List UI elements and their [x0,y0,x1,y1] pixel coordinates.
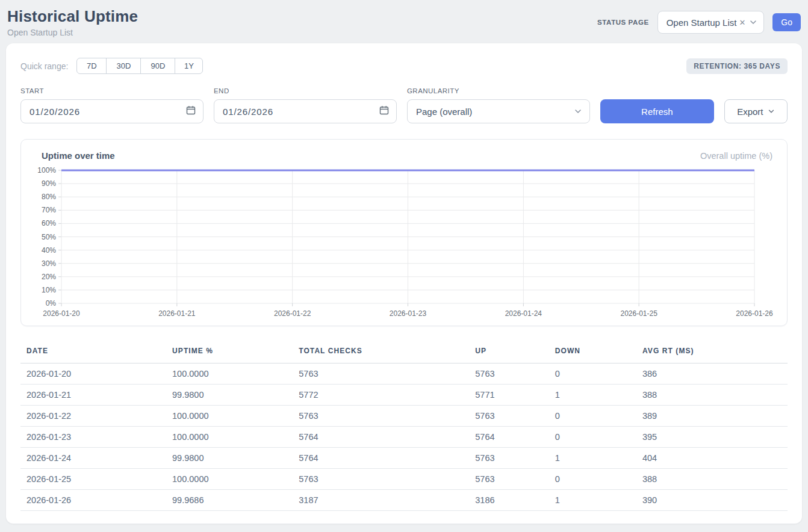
svg-text:90%: 90% [42,179,56,188]
table-cell: 1 [549,490,636,511]
table-cell: 3186 [469,490,549,511]
retention-badge: RETENTION: 365 DAYS [686,58,788,74]
go-button[interactable]: Go [772,13,801,31]
table-cell: 2026-01-22 [20,406,166,427]
column-header-down: DOWN [549,342,636,363]
svg-text:2026-01-24: 2026-01-24 [505,309,542,318]
column-header-up: UP [469,342,549,363]
start-date-input[interactable]: 01/20/2026 [20,99,204,123]
table-cell: 5764 [469,427,549,448]
svg-text:2026-01-26: 2026-01-26 [736,309,773,318]
export-button-label: Export [737,107,763,117]
granularity-label: GRANULARITY [407,87,590,94]
svg-text:0%: 0% [46,299,57,308]
granularity-field: GRANULARITY Page (overall) [407,87,590,123]
svg-text:2026-01-23: 2026-01-23 [390,309,427,318]
column-header-total-checks: TOTAL CHECKS [293,342,469,363]
table-cell: 2026-01-23 [20,427,166,448]
table-cell: 2026-01-21 [20,385,166,406]
status-page-label: STATUS PAGE [597,19,649,26]
table-cell: 5763 [293,406,469,427]
filters-row: START 01/20/2026 END 01/26/2026 [20,87,788,123]
table-cell: 100.0000 [166,363,293,385]
chart-header: Uptime over time Overall uptime (%) [33,149,775,167]
start-date-label: START [20,87,204,94]
table-cell: 386 [636,363,788,385]
historical-uptime-page: Historical Uptime Open Startup List STAT… [0,0,808,524]
table-row: 2026-01-2699.9686318731861390 [20,490,788,511]
chevron-down-icon [749,18,757,26]
main-card: Quick range: 7D 30D 90D 1Y RETENTION: 36… [6,43,802,524]
uptime-chart-card: Uptime over time Overall uptime (%) 0%10… [20,139,788,326]
svg-text:2026-01-22: 2026-01-22 [274,309,311,318]
chevron-down-icon [768,108,775,115]
table-cell: 0 [549,427,636,448]
table-row: 2026-01-25100.0000576357630388 [20,469,788,490]
table-cell: 2026-01-24 [20,448,166,469]
table-cell: 5763 [469,448,549,469]
table-cell: 5763 [469,469,549,490]
table-cell: 0 [549,469,636,490]
uptime-table-body: 2026-01-20100.00005763576303862026-01-21… [20,363,788,511]
table-cell: 5763 [293,469,469,490]
column-header-avg-rt-ms-: AVG RT (MS) [636,342,788,363]
uptime-table: DATEUPTIME %TOTAL CHECKSUPDOWNAVG RT (MS… [20,342,788,511]
svg-text:60%: 60% [42,219,56,227]
table-cell: 100.0000 [166,469,293,490]
table-cell: 0 [549,363,636,385]
chart-title: Uptime over time [42,150,115,161]
table-cell: 5763 [293,363,469,385]
quick-range-group: 7D 30D 90D 1Y [76,58,203,74]
svg-text:2026-01-25: 2026-01-25 [620,309,657,318]
svg-text:50%: 50% [42,233,56,241]
quick-range-30d-button[interactable]: 30D [106,58,141,74]
table-cell: 1 [549,385,636,406]
header-right: STATUS PAGE Open Startup List ✕ Go [597,11,801,34]
refresh-button[interactable]: Refresh [600,99,714,123]
table-cell: 1 [549,448,636,469]
granularity-select[interactable]: Page (overall) [407,99,590,123]
page-subtitle: Open Startup List [7,28,138,37]
svg-text:80%: 80% [42,193,56,201]
table-cell: 2026-01-25 [20,469,166,490]
svg-text:100%: 100% [37,167,56,175]
status-page-select[interactable]: Open Startup List ✕ [657,11,765,34]
table-cell: 388 [636,385,788,406]
top-header: Historical Uptime Open Startup List STAT… [6,0,802,37]
end-date-label: END [214,87,397,94]
table-cell: 2026-01-20 [20,363,166,385]
svg-text:2026-01-20: 2026-01-20 [43,309,80,318]
table-cell: 395 [636,427,788,448]
quick-range-7d-button[interactable]: 7D [76,58,107,74]
table-row: 2026-01-22100.0000576357630389 [20,406,788,427]
svg-text:10%: 10% [42,286,56,294]
end-date-input[interactable]: 01/26/2026 [214,99,397,123]
end-date-field: END 01/26/2026 [214,87,397,123]
table-cell: 99.9686 [166,490,293,511]
svg-text:20%: 20% [42,273,56,281]
svg-text:40%: 40% [42,246,56,255]
page-title: Historical Uptime [7,7,138,26]
quick-range-1y-button[interactable]: 1Y [175,58,203,74]
start-date-field: START 01/20/2026 [20,87,204,123]
table-row: 2026-01-2499.9800576457631404 [20,448,788,469]
table-row: 2026-01-2199.9800577257711388 [20,385,788,406]
clear-selection-icon[interactable]: ✕ [739,18,745,27]
table-cell: 2026-01-26 [20,490,166,511]
table-header-row: DATEUPTIME %TOTAL CHECKSUPDOWNAVG RT (MS… [20,342,788,363]
header-titles: Historical Uptime Open Startup List [7,7,138,37]
svg-text:70%: 70% [42,206,56,214]
quick-range-90d-button[interactable]: 90D [140,58,175,74]
table-cell: 5763 [469,406,549,427]
table-cell: 5764 [293,427,469,448]
end-date-value: 01/26/2026 [223,107,273,117]
svg-text:2026-01-21: 2026-01-21 [158,309,196,318]
export-button[interactable]: Export [724,99,788,123]
table-cell: 5763 [469,363,549,385]
column-header-uptime-: UPTIME % [166,342,293,363]
table-cell: 5771 [469,385,549,406]
table-cell: 100.0000 [166,406,293,427]
calendar-icon[interactable] [186,105,196,117]
calendar-icon[interactable] [379,105,389,117]
table-cell: 390 [636,490,788,511]
